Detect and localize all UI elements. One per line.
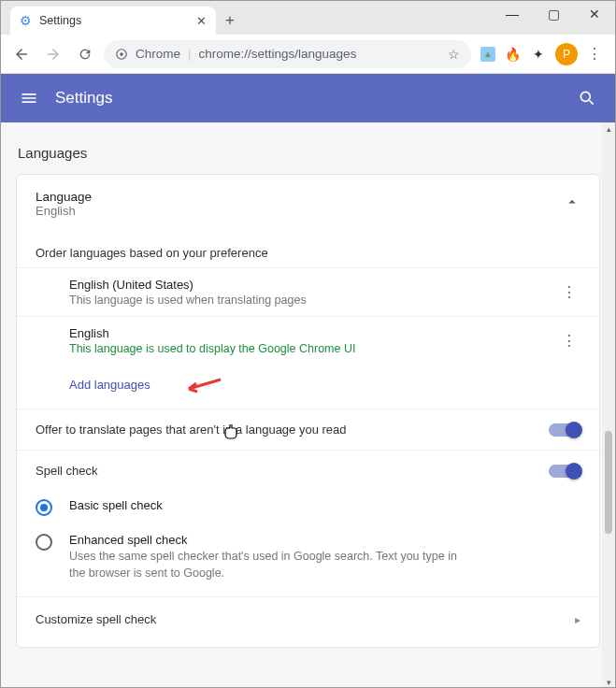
scrollbar-thumb[interactable]: [605, 431, 612, 534]
toolbar-right-icons: ▲ 🔥 ✦ P ⋮: [477, 41, 608, 67]
chevron-right-icon: ▸: [575, 613, 580, 626]
language-subtext: This language is used to display the Goo…: [69, 342, 554, 355]
omnibox-separator: |: [188, 47, 192, 61]
window-titlebar: ⚙ Settings ✕ + — ▢ ✕: [1, 1, 615, 35]
scroll-up-icon[interactable]: ▴: [602, 122, 615, 136]
radio-icon[interactable]: [36, 534, 52, 551]
language-item-menu-icon[interactable]: ⋮: [554, 332, 584, 350]
browser-toolbar: Chrome | chrome://settings/languages ☆ ▲…: [1, 35, 615, 74]
spellcheck-toggle[interactable]: [549, 465, 580, 478]
spellcheck-row: Spell check: [17, 450, 599, 491]
window-minimize-button[interactable]: —: [492, 1, 533, 27]
languages-card: Language English Order languages based o…: [16, 174, 600, 648]
section-heading: Languages: [8, 122, 608, 174]
gear-icon: ⚙: [20, 13, 32, 28]
svg-point-2: [580, 92, 590, 101]
tab-close-icon[interactable]: ✕: [196, 14, 207, 28]
back-button[interactable]: [8, 41, 35, 67]
search-icon[interactable]: [578, 89, 596, 108]
add-languages-link[interactable]: Add languages: [17, 365, 599, 408]
svg-point-1: [120, 52, 123, 56]
annotation-arrow-icon: [183, 376, 222, 394]
radio-label: Basic spell check: [69, 498, 163, 512]
address-bar[interactable]: Chrome | chrome://settings/languages ☆: [104, 40, 471, 68]
language-item: English This language is used to display…: [17, 316, 599, 365]
profile-avatar[interactable]: P: [555, 43, 578, 65]
chrome-menu-button[interactable]: ⋮: [585, 41, 604, 67]
radio-icon[interactable]: [36, 499, 52, 516]
reload-button[interactable]: [72, 41, 98, 67]
translate-offer-row: Offer to translate pages that aren't in …: [17, 408, 599, 450]
spellcheck-option-enhanced[interactable]: Enhanced spell check Uses the same spell…: [17, 525, 599, 591]
radio-label: Enhanced spell check: [69, 533, 471, 547]
menu-icon[interactable]: [20, 89, 38, 108]
extension-icon-2[interactable]: 🔥: [503, 45, 522, 64]
customize-spellcheck-link[interactable]: Customize spell check ▸: [17, 596, 599, 641]
language-item-menu-icon[interactable]: ⋮: [554, 283, 584, 301]
bookmark-star-icon[interactable]: ☆: [448, 47, 460, 62]
translate-offer-label: Offer to translate pages that aren't in …: [36, 423, 549, 437]
browser-tab[interactable]: ⚙ Settings ✕: [10, 7, 216, 35]
extensions-puzzle-icon[interactable]: ✦: [529, 45, 548, 64]
new-tab-button[interactable]: +: [216, 7, 244, 35]
settings-header: Settings: [1, 74, 615, 122]
order-hint: Order languages based on your preference: [17, 229, 599, 267]
language-subtext: This language is used when translating p…: [69, 294, 554, 307]
language-heading: Language: [36, 190, 564, 204]
window-close-button[interactable]: ✕: [574, 1, 615, 27]
radio-subtext: Uses the same spell checker that's used …: [69, 549, 471, 581]
settings-title: Settings: [55, 89, 561, 108]
translate-offer-toggle[interactable]: [549, 423, 580, 437]
language-item: English (United States) This language is…: [17, 267, 599, 316]
window-controls: — ▢ ✕: [492, 1, 615, 27]
omnibox-url: chrome://settings/languages: [199, 47, 357, 61]
window-maximize-button[interactable]: ▢: [533, 1, 574, 27]
customize-label: Customize spell check: [36, 612, 575, 626]
cursor-icon: [224, 423, 241, 442]
forward-button[interactable]: [40, 41, 66, 67]
content-area: ▴ ▾ Languages Language English Order lan…: [1, 122, 615, 688]
tab-title: Settings: [39, 14, 81, 27]
language-current: English: [36, 204, 564, 218]
language-section-toggle[interactable]: Language English: [17, 175, 599, 229]
language-name: English: [69, 326, 554, 340]
site-info-icon: [115, 48, 128, 61]
scrollbar[interactable]: ▴ ▾: [602, 122, 615, 688]
extension-icon-1[interactable]: ▲: [480, 47, 495, 62]
chevron-up-icon: [564, 194, 580, 214]
omnibox-chrome-label: Chrome: [136, 47, 180, 61]
spellcheck-option-basic[interactable]: Basic spell check: [17, 491, 599, 525]
spellcheck-label: Spell check: [36, 464, 549, 478]
language-name: English (United States): [69, 278, 554, 292]
scroll-down-icon[interactable]: ▾: [602, 676, 615, 688]
